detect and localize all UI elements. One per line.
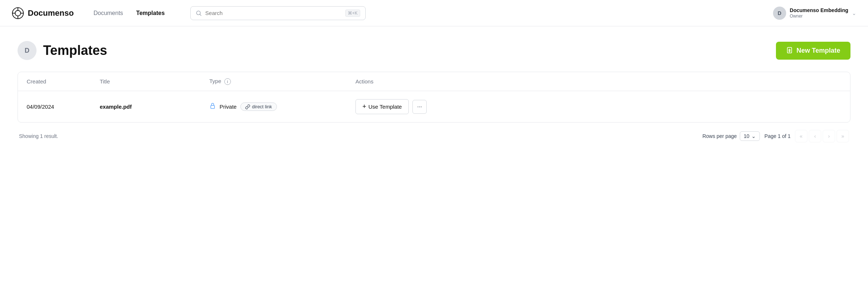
search-shortcut: ⌘+K <box>345 10 360 17</box>
col-header-actions: Actions <box>347 72 850 91</box>
logo-text: Documenso <box>28 8 74 18</box>
page-title: Templates <box>43 43 107 58</box>
templates-table: Created Title Type i Actions 04/09/2024 <box>18 72 850 123</box>
more-options-button[interactable]: ··· <box>412 100 427 114</box>
type-info-icon: i <box>224 78 231 85</box>
search-icon <box>196 10 202 16</box>
chevron-down-icon: ⌄ <box>852 10 856 16</box>
page-navigation: « ‹ › » <box>795 130 849 142</box>
cell-type: Private direct link <box>201 91 347 123</box>
main-content: D Templates New Template Created Ti <box>0 26 868 154</box>
col-header-type: Type i <box>201 72 347 91</box>
prev-page-button[interactable]: ‹ <box>809 130 821 142</box>
navbar: Documenso Documents Templates ⌘+K D Docu… <box>0 0 868 26</box>
direct-link-badge[interactable]: direct link <box>240 102 277 111</box>
user-name: Documenso Embedding <box>790 7 848 14</box>
avatar: D <box>773 7 786 20</box>
rows-per-page-select[interactable]: 10 ⌄ <box>740 131 760 141</box>
use-template-plus-icon: + <box>362 103 366 111</box>
cell-actions: + Use Template ··· <box>347 91 850 123</box>
next-page-button[interactable]: › <box>823 130 835 142</box>
search-bar: ⌘+K <box>190 6 366 20</box>
cell-title: example.pdf <box>91 91 201 123</box>
page-title-area: D Templates <box>18 41 107 60</box>
link-icon <box>245 104 250 109</box>
svg-rect-12 <box>211 105 215 108</box>
nav-documents[interactable]: Documents <box>88 8 128 19</box>
page-info: Page 1 of 1 <box>764 133 791 139</box>
logo-icon <box>12 7 24 19</box>
cell-created: 04/09/2024 <box>18 91 91 123</box>
col-header-created: Created <box>18 72 91 91</box>
page-header: D Templates New Template <box>18 41 850 60</box>
use-template-label: Use Template <box>369 104 402 110</box>
user-role: Owner <box>790 14 848 19</box>
new-template-button[interactable]: New Template <box>776 42 850 60</box>
page-avatar: D <box>18 41 37 60</box>
rows-per-page-label: Rows per page <box>703 133 737 139</box>
nav-templates[interactable]: Templates <box>131 8 170 19</box>
lock-icon <box>209 102 216 111</box>
rows-per-page-value: 10 <box>744 133 750 139</box>
col-header-title: Title <box>91 72 201 91</box>
svg-line-7 <box>200 14 201 15</box>
use-template-button[interactable]: + Use Template <box>355 99 409 114</box>
new-template-icon <box>786 47 793 54</box>
search-input[interactable] <box>205 10 342 16</box>
first-page-button[interactable]: « <box>795 130 807 142</box>
showing-count: Showing 1 result. <box>19 133 58 139</box>
rows-per-page: Rows per page 10 ⌄ <box>703 131 760 141</box>
table-header-row: Created Title Type i Actions <box>18 72 850 91</box>
rows-per-page-chevron-icon: ⌄ <box>751 133 756 139</box>
table-row: 04/09/2024 example.pdf Private <box>18 91 850 123</box>
logo[interactable]: Documenso <box>12 7 74 19</box>
more-options-icon: ··· <box>417 104 422 110</box>
pagination-area: Rows per page 10 ⌄ Page 1 of 1 « ‹ › » <box>703 130 849 142</box>
user-info: Documenso Embedding Owner <box>790 7 848 19</box>
svg-point-1 <box>15 10 20 16</box>
last-page-button[interactable]: » <box>837 130 849 142</box>
table-footer: Showing 1 result. Rows per page 10 ⌄ Pag… <box>18 123 850 142</box>
user-area[interactable]: D Documenso Embedding Owner ⌄ <box>773 7 856 20</box>
nav-links: Documents Templates <box>88 8 170 19</box>
type-label: Private <box>220 104 237 110</box>
